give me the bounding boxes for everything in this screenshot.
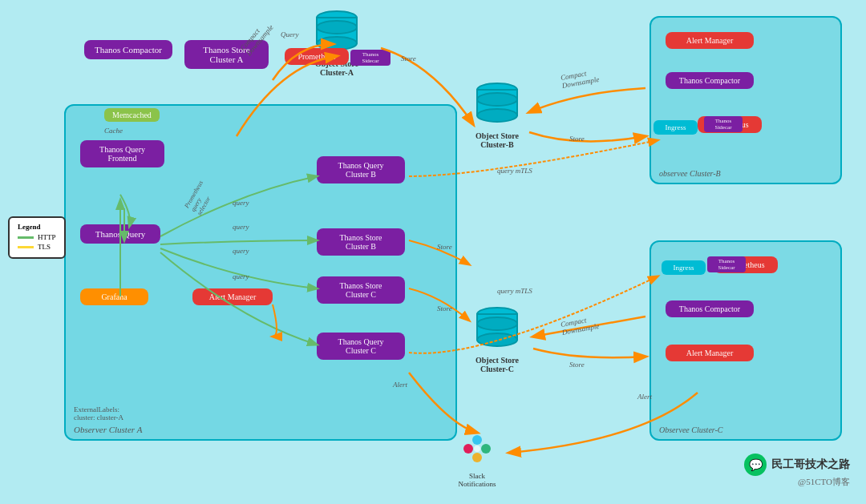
legend-title: Legend <box>18 223 56 231</box>
store-label-c: Store <box>569 361 585 369</box>
svg-point-11 <box>477 317 517 330</box>
svg-point-10 <box>477 333 517 346</box>
http-label: HTTP <box>38 233 56 241</box>
main-container: Observer Cluster A ExternalLabels: clust… <box>0 0 866 504</box>
alert-manager-c: Alert Manager <box>666 345 754 361</box>
query-label-2: query <box>233 223 249 231</box>
watermark: 💬 民工哥技术之路 @51CTO博客 <box>744 454 850 488</box>
query-mtls-b-label: query mTLS <box>497 167 532 175</box>
slack-label: SlackNotifications <box>457 472 497 488</box>
watermark-line1: 民工哥技术之路 <box>771 458 850 472</box>
obj-store-c: Object StoreCluster-C <box>473 304 521 373</box>
cache-label: Cache <box>104 127 123 135</box>
slack-icon <box>457 429 497 469</box>
observer-cluster-a-label: Observer Cluster A <box>74 425 142 434</box>
ext-labels-a: ExternalLabels: cluster: cluster-A <box>74 405 123 421</box>
svg-point-14 <box>481 444 491 454</box>
tls-label: TLS <box>38 243 51 251</box>
store-label-a: Store <box>401 54 416 62</box>
svg-point-13 <box>472 435 482 445</box>
alert-manager-a: Alert Manager <box>192 288 273 305</box>
alert-manager-b: Alert Manager <box>666 32 754 49</box>
obj-store-a: Object StoreCluster-A <box>313 8 361 77</box>
wechat-icon: 💬 <box>744 454 767 476</box>
obj-store-b-label: Object StoreCluster-B <box>473 131 521 149</box>
thanos-compactor-c: Thanos Compactor <box>666 300 754 317</box>
ingress-b: Ingress <box>654 120 698 135</box>
slack-box: SlackNotifications <box>457 429 497 488</box>
store-label-b: Store <box>569 135 585 143</box>
http-line <box>18 236 34 239</box>
thanos-query-main: Thanos Query <box>80 224 160 244</box>
thanos-store-cluster-b: Thanos StoreCluster B <box>317 228 405 256</box>
query-mtls-c-label: query mTLS <box>497 287 532 295</box>
obj-store-c-label: Object StoreCluster-C <box>473 356 521 373</box>
svg-point-7 <box>477 93 517 106</box>
svg-point-12 <box>463 444 473 454</box>
thanos-sidecar-a: ThanosSidecar <box>350 50 391 66</box>
legend-box: Legend HTTP TLS <box>8 216 66 259</box>
ingress-c: Ingress <box>662 260 706 275</box>
thanos-query-cluster-b: Thanos QueryCluster B <box>317 156 405 183</box>
thanos-store-cluster-c: Thanos StoreCluster C <box>317 276 405 304</box>
thanos-sidecar-b: ThanosSidecar <box>704 116 743 132</box>
thanos-sidecar-c: ThanosSidecar <box>707 256 746 272</box>
legend-http: HTTP <box>18 233 56 241</box>
query-label-4: query <box>233 272 249 280</box>
thanos-query-frontend: Thanos QueryFrontend <box>80 140 164 167</box>
query-label-1: query <box>233 199 249 207</box>
observee-cluster-c-label: Observee Cluster-C <box>659 425 723 434</box>
grafana-box: Grafana <box>80 288 148 305</box>
store-b-label: Store <box>437 243 452 251</box>
memcached-box: Memcached <box>104 108 160 122</box>
thanos-compactor-a: Thanos Compactor <box>84 40 172 59</box>
prometheus-a: Prometheus ThanosSidecar <box>285 48 349 65</box>
svg-point-6 <box>477 109 517 122</box>
svg-point-3 <box>317 21 357 34</box>
database-icon-b <box>473 80 521 128</box>
query-label-a: Query <box>281 30 299 38</box>
observee-cluster-b-label: observee Cluster-B <box>659 169 721 178</box>
alert-label-c: Alert <box>637 393 652 401</box>
database-icon-c <box>473 304 521 353</box>
thanos-query-cluster-c: Thanos QueryCluster C <box>317 333 405 360</box>
store-c-label: Store <box>437 304 452 312</box>
thanos-compactor-b: Thanos Compactor <box>666 72 754 89</box>
watermark-line2: @51CTO博客 <box>744 476 850 488</box>
query-label-3: query <box>233 247 249 255</box>
alert-label-a: Alert <box>393 381 407 389</box>
obj-store-b: Object StoreCluster-B <box>473 80 521 149</box>
svg-point-15 <box>472 453 482 462</box>
legend-tls: TLS <box>18 243 56 251</box>
svg-point-16 <box>474 446 480 452</box>
tls-line <box>18 246 34 248</box>
